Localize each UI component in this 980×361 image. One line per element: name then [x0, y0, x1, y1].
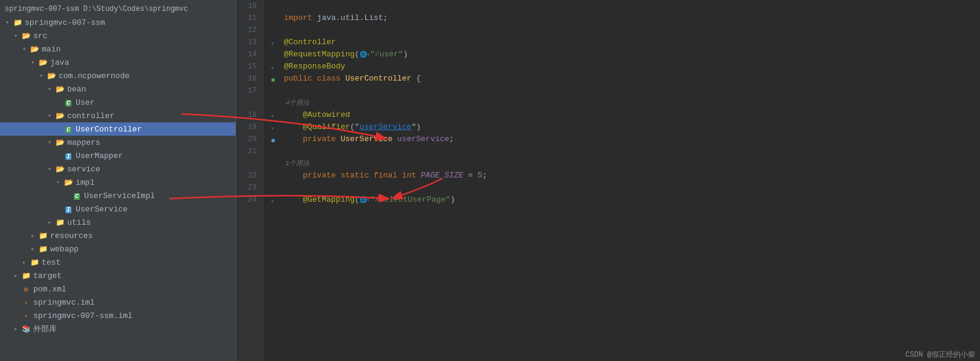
chevron-icon: ▾ [36, 72, 46, 79]
chevron-icon: ▾ [45, 85, 54, 93]
class-icon: C [63, 125, 74, 134]
tree-label: resources [50, 231, 93, 240]
line-number: 10 [241, 0, 257, 12]
sidebar-title: springmvc-007-ssm D:\Study\Codes\springm… [0, 2, 235, 16]
xml-icon: m [21, 285, 31, 294]
line-number: 24 [241, 194, 257, 206]
tree-item-controller[interactable]: ▾📂controller [0, 109, 235, 122]
tree-label: springmvc-007-ssm.iml [33, 311, 133, 320]
tree-label: java [50, 58, 69, 67]
tree-item-test[interactable]: ▸📁test [0, 256, 235, 269]
code-line: private static final int PAGE_SIZE = 5; [269, 170, 980, 182]
code-line: ▾ @GetMapping(🌐▾"/selectUserPage") [269, 194, 980, 206]
line-number: 21 [241, 145, 257, 157]
iml-icon: ▪ [21, 311, 31, 320]
tree-item-springmvc-007-ssm[interactable]: ▾📁springmvc-007-ssm [0, 16, 235, 29]
tree-item-resources[interactable]: ▸📁resources [0, 229, 235, 242]
tree-item-bean[interactable]: ▾📂bean [0, 82, 235, 96]
tree-label: 外部库 [33, 323, 57, 334]
folder-icon: 📂 [54, 111, 65, 121]
class-icon: C [71, 191, 82, 200]
tree-item-pom.xml[interactable]: mpom.xml [0, 282, 235, 296]
chevron-icon: ▸ [11, 272, 21, 279]
line-number: 18 [241, 109, 257, 121]
folder-icon: 📁 [38, 231, 48, 240]
tree-item-UserController[interactable]: CUserController [0, 122, 235, 136]
tree-label: com.ncpowernode [59, 71, 130, 81]
line-number: 11 [241, 12, 257, 24]
tree-item-service[interactable]: ▾📂service [0, 162, 235, 176]
tree-item-UserService[interactable]: IUserService [0, 202, 235, 216]
line-number: 19 [241, 121, 257, 133]
tree-item-springmvc.iml[interactable]: ▪springmvc.iml [0, 296, 235, 309]
line-number: 13 [241, 36, 257, 48]
tree-item-src[interactable]: ▾📂src [0, 29, 235, 42]
tree-item-impl[interactable]: ▾📂impl [0, 176, 235, 189]
tree-label: target [33, 271, 62, 280]
code-line: @RequestMapping(🌐▾"/user") [269, 48, 980, 61]
code-line: ▾ @Autowired [269, 109, 980, 121]
chevron-icon: ▸ [28, 232, 38, 239]
folder-icon: 📂 [54, 85, 65, 94]
line-number: 20 [241, 133, 257, 145]
folder-icon: 📂 [54, 138, 65, 147]
line-number: 16 [241, 73, 257, 85]
chevron-icon: ▾ [45, 139, 54, 146]
code-line [269, 85, 980, 97]
tree-item-utils[interactable]: ▸📁utils [0, 216, 235, 229]
folder-icon: 📂 [46, 71, 57, 81]
chevron-icon: ▾ [45, 112, 54, 119]
tree-label: User [76, 98, 94, 107]
tree-item-webapp[interactable]: ▸📁webapp [0, 242, 235, 256]
tree-label: controller [67, 111, 114, 121]
tree-item-User[interactable]: CUser [0, 96, 235, 109]
library-icon: 📚 [21, 325, 31, 334]
line-number: 12 [241, 24, 257, 36]
tree-item-com.ncpowernode[interactable]: ▾📂com.ncpowernode [0, 69, 235, 82]
tree-item-UserServiceImpl[interactable]: CUserServiceImpl [0, 189, 235, 202]
chevron-icon: ▸ [45, 219, 54, 226]
code-line: import java.util.List; [269, 12, 980, 24]
tree-item-target[interactable]: ▸📁target [0, 269, 235, 282]
tree-item-java[interactable]: ▾📂java [0, 56, 235, 69]
chevron-icon: ▾ [28, 59, 38, 66]
tree-label: src [33, 31, 47, 41]
code-line: ▾@Controller [269, 36, 980, 48]
tree-label: service [67, 165, 100, 174]
code-line: ▾ @Qualifier("userService") [269, 121, 980, 133]
tree-item-UserMapper[interactable]: IUserMapper [0, 149, 235, 162]
tree-item-main[interactable]: ▾📂main [0, 42, 235, 56]
tree-label: bean [67, 85, 86, 94]
tree-label: UserMapper [76, 151, 123, 161]
folder-icon: 📂 [54, 165, 65, 174]
folder-icon: 📂 [21, 31, 31, 41]
chevron-icon: ▾ [11, 32, 21, 39]
code-line: ▾@ResponseBody [269, 61, 980, 73]
tree-label: main [42, 45, 61, 54]
tree-label: springmvc-007-ssm [25, 18, 105, 27]
tree-label: pom.xml [33, 285, 67, 294]
folder-icon: 📁 [38, 245, 48, 254]
gutter-marker: ▾ [271, 195, 274, 208]
folder-icon: 📁 [29, 258, 40, 267]
chevron-icon: ▸ [28, 245, 38, 253]
tree-label: webapp [50, 245, 79, 254]
tree-label: impl [76, 178, 94, 187]
code-line [269, 182, 980, 194]
chevron-icon: ▾ [45, 165, 54, 173]
bottom-credit: CSDN @假正经的小柴 [901, 348, 980, 361]
folder-icon: 📁 [54, 218, 65, 227]
line-number: 22 [241, 170, 257, 182]
tree-item-springmvc-007-ssm.iml[interactable]: ▪springmvc-007-ssm.iml [0, 309, 235, 322]
code-area: 101112131415161718192021222324 import ja… [236, 0, 980, 361]
chevron-icon: ▸ [11, 325, 21, 333]
folder-icon: 📂 [29, 45, 40, 54]
code-line [269, 145, 980, 157]
tree-item-mappers[interactable]: ▾📂mappers [0, 136, 235, 149]
tree-label: UserService [76, 205, 128, 214]
line-number: 17 [241, 85, 257, 97]
interface-icon: I [63, 151, 74, 161]
editor: 101112131415161718192021222324 import ja… [236, 0, 980, 361]
folder-icon: 📁 [21, 271, 31, 280]
tree-item-外部库[interactable]: ▸📚外部库 [0, 322, 235, 336]
